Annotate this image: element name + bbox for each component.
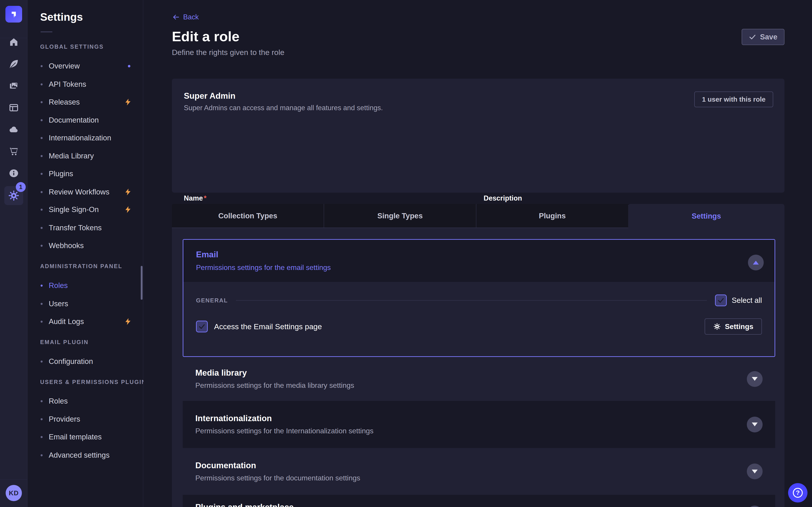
- select-all-checkbox[interactable]: [715, 294, 727, 306]
- sidebar-item-email-templates[interactable]: Email templates: [41, 432, 138, 442]
- home-icon[interactable]: [0, 36, 28, 49]
- strapi-logo[interactable]: [5, 6, 22, 22]
- users-with-role-button[interactable]: 1 user with this role: [694, 92, 773, 107]
- general-group-row: GENERAL Select all: [196, 294, 762, 306]
- user-avatar[interactable]: KD: [6, 485, 22, 501]
- notification-dot: [128, 65, 131, 67]
- email-accordion-header[interactable]: Email Permissions settings for the email…: [184, 240, 774, 282]
- chevron-down-icon: [752, 469, 758, 473]
- info-icon[interactable]: [0, 167, 28, 180]
- sidebar-item-review-workflows[interactable]: Review Workflows: [41, 187, 138, 197]
- page-title: Edit a role: [172, 29, 240, 44]
- sidebar-item-advanced-settings[interactable]: Advanced settings: [41, 450, 138, 460]
- select-all-label: Select all: [732, 296, 762, 305]
- role-description-text: Super Admins can access and manage all f…: [184, 104, 383, 112]
- bullet-dot: [41, 137, 43, 139]
- email-section-title: Email: [196, 250, 762, 259]
- lightning-icon: [124, 98, 132, 106]
- gear-icon: [713, 323, 721, 330]
- description-field-label: Description: [484, 194, 522, 202]
- back-link[interactable]: Back: [172, 12, 199, 22]
- bullet-dot: [41, 321, 43, 323]
- sidebar-item-transfer-tokens[interactable]: Transfer Tokens: [41, 223, 138, 233]
- tab-settings[interactable]: Settings: [628, 204, 784, 228]
- sidebar-item-api-tokens[interactable]: API Tokens: [41, 79, 138, 90]
- email-permissions-section: Email Permissions settings for the email…: [183, 239, 775, 357]
- bullet-dot: [41, 101, 43, 103]
- help-button[interactable]: ?: [788, 483, 808, 503]
- deploy-cloud-icon[interactable]: [0, 123, 28, 136]
- sidebar-item-media-library[interactable]: Media Library: [41, 151, 138, 161]
- lightning-icon: [124, 206, 132, 214]
- expand-toggle-button[interactable]: [747, 463, 763, 479]
- chevron-down-icon: [752, 377, 758, 381]
- media-library-icon[interactable]: [0, 79, 28, 93]
- bullet-dot: [41, 400, 43, 402]
- sidebar-title: Settings: [40, 11, 83, 23]
- sidebar-item-users[interactable]: Users: [41, 298, 138, 309]
- permissions-panel: Email Permissions settings for the email…: [172, 228, 784, 507]
- content-manager-icon[interactable]: [0, 57, 28, 71]
- tab-single-types[interactable]: Single Types: [324, 204, 476, 228]
- permission-label: Access the Email Settings page: [214, 322, 322, 331]
- sidebar-item-audit-logs[interactable]: Audit Logs: [41, 316, 138, 327]
- check-icon: [198, 323, 206, 330]
- expand-toggle-button[interactable]: [747, 371, 763, 387]
- page-subtitle: Define the rights given to the role: [172, 48, 285, 57]
- section-label-email-plugin: EMAIL PLUGIN: [40, 339, 89, 346]
- email-accordion-body: GENERAL Select all: [184, 294, 774, 335]
- permission-row: Access the Email Settings page: [196, 319, 762, 335]
- documentation-accordion[interactable]: Documentation Permissions settings for t…: [183, 448, 775, 495]
- sidebar-item-roles[interactable]: Roles: [41, 280, 138, 291]
- internationalization-accordion[interactable]: Internationalization Permissions setting…: [183, 401, 775, 448]
- bullet-dot: [41, 245, 43, 247]
- content-type-builder-icon[interactable]: [0, 101, 28, 114]
- sidebar-item-configuration[interactable]: Configuration: [41, 356, 138, 367]
- collapse-toggle-button[interactable]: [748, 255, 764, 270]
- back-arrow-icon: [172, 13, 180, 21]
- permissions-tabbar: Collection Types Single Types Plugins Se…: [172, 204, 784, 228]
- chevron-up-icon: [753, 261, 759, 265]
- bullet-dot: [41, 155, 43, 157]
- chevron-down-icon: [752, 422, 758, 426]
- plugins-marketplace-accordion[interactable]: Plugins and marketplace: [183, 495, 775, 507]
- sidebar-item-internationalization[interactable]: Internationalization: [41, 133, 138, 143]
- settings-sidebar: Settings GLOBAL SETTINGS Overview API To…: [28, 0, 143, 507]
- sidebar-item-providers[interactable]: Providers: [41, 414, 138, 424]
- bullet-dot: [41, 83, 43, 86]
- bullet-dot: [41, 209, 43, 211]
- sidebar-item-releases[interactable]: Releases: [41, 97, 138, 107]
- tab-collection-types[interactable]: Collection Types: [172, 204, 324, 228]
- bullet-dot: [41, 285, 43, 287]
- sidebar-item-up-roles[interactable]: Roles: [41, 396, 138, 406]
- media-library-accordion[interactable]: Media library Permissions settings for t…: [183, 357, 775, 401]
- sidebar-scrollbar[interactable]: [141, 266, 143, 300]
- required-asterisk: *: [204, 194, 206, 202]
- section-label-users-permissions-plugin: USERS & PERMISSIONS PLUGIN: [40, 379, 146, 386]
- bullet-dot: [41, 360, 43, 362]
- sidebar-item-single-sign-on[interactable]: Single Sign-On: [41, 205, 138, 215]
- lightning-icon: [124, 188, 132, 196]
- settings-notification-badge: 1: [16, 182, 26, 192]
- sidebar-item-webhooks[interactable]: Webhooks: [41, 240, 138, 251]
- lightning-icon: [124, 318, 132, 326]
- permission-checkbox[interactable]: [196, 321, 208, 332]
- tab-plugins[interactable]: Plugins: [476, 204, 628, 228]
- name-field-label: Name*: [184, 194, 207, 202]
- section-label-administration-panel: ADMINISTRATION PANEL: [40, 263, 122, 270]
- check-icon: [717, 296, 725, 304]
- save-button[interactable]: Save: [742, 29, 784, 45]
- sidebar-title-divider: [41, 32, 52, 32]
- sidebar-item-plugins[interactable]: Plugins: [41, 169, 138, 179]
- marketplace-icon[interactable]: [0, 145, 28, 158]
- bullet-dot: [41, 191, 43, 193]
- sidebar-item-overview[interactable]: Overview: [41, 61, 138, 71]
- expand-toggle-button[interactable]: [747, 506, 763, 507]
- role-name-heading: Super Admin: [184, 91, 236, 101]
- sidebar-item-documentation[interactable]: Documentation: [41, 115, 138, 125]
- expand-toggle-button[interactable]: [747, 417, 763, 433]
- general-group-label: GENERAL: [196, 297, 228, 304]
- bullet-dot: [41, 65, 43, 67]
- permission-settings-button[interactable]: Settings: [705, 319, 762, 335]
- email-section-subtitle: Permissions settings for the email setti…: [196, 264, 762, 272]
